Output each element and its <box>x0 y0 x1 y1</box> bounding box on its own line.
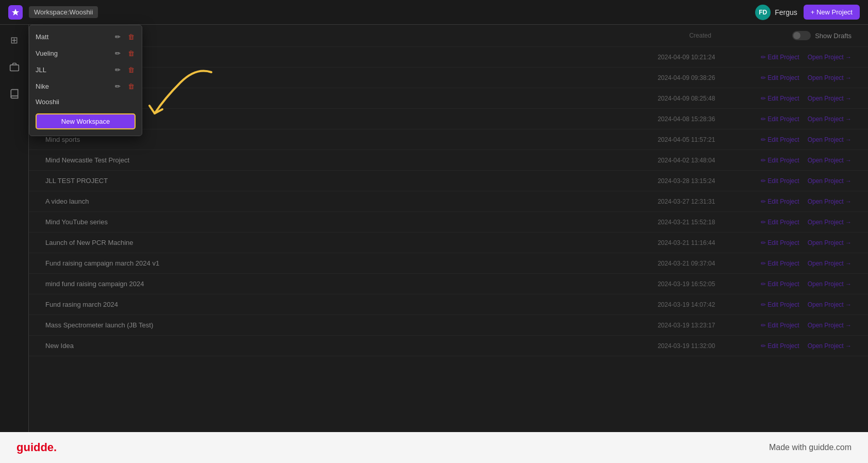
topbar: Workspace:Wooshii FD Fergus + New Projec… <box>0 0 868 25</box>
delete-matt-icon[interactable]: 🗑 <box>126 32 136 41</box>
edit-matt-icon[interactable]: ✏ <box>113 32 122 41</box>
sidebar: ⊞ <box>0 25 29 432</box>
workspace-tag[interactable]: Workspace:Wooshii <box>29 6 98 18</box>
user-name: Fergus <box>775 8 797 16</box>
delete-vueling-icon[interactable]: 🗑 <box>126 48 136 58</box>
delete-nike-icon[interactable]: 🗑 <box>126 81 136 91</box>
main-layout: ⊞ Matt ✏ 🗑 Vueling ✏ 🗑 JLL ✏ <box>0 25 868 432</box>
workspace-item-vueling[interactable]: Vueling ✏ 🗑 <box>29 45 142 61</box>
workspace-item-nike[interactable]: Nike ✏ 🗑 <box>29 78 142 94</box>
new-workspace-button[interactable]: New Workspace <box>36 113 136 129</box>
workspace-item-wooshii[interactable]: Wooshii <box>29 94 142 109</box>
edit-vueling-icon[interactable]: ✏ <box>113 48 122 58</box>
avatar: FD <box>755 5 771 20</box>
new-project-button[interactable]: + New Project <box>804 5 860 20</box>
book-icon[interactable] <box>5 85 24 103</box>
workspace-dropdown: Matt ✏ 🗑 Vueling ✏ 🗑 JLL ✏ 🗑 Nike ✏ 🗑 Wo… <box>29 25 142 136</box>
edit-jll-icon[interactable]: ✏ <box>113 65 122 74</box>
workspace-item-matt[interactable]: Matt ✏ 🗑 <box>29 28 142 45</box>
briefcase-icon[interactable] <box>5 58 24 76</box>
footer-logo: guidde. <box>16 441 57 454</box>
svg-rect-0 <box>10 65 19 71</box>
user-area: FD Fergus <box>755 5 797 20</box>
workspace-item-jll[interactable]: JLL ✏ 🗑 <box>29 61 142 78</box>
dimmed-overlay <box>29 25 868 432</box>
edit-nike-icon[interactable]: ✏ <box>113 81 122 91</box>
grid-icon[interactable]: ⊞ <box>5 31 24 49</box>
footer-tagline: Made with guidde.com <box>769 443 852 452</box>
footer: guidde. Made with guidde.com <box>0 432 868 463</box>
delete-jll-icon[interactable]: 🗑 <box>126 65 136 74</box>
app-logo <box>8 5 23 20</box>
